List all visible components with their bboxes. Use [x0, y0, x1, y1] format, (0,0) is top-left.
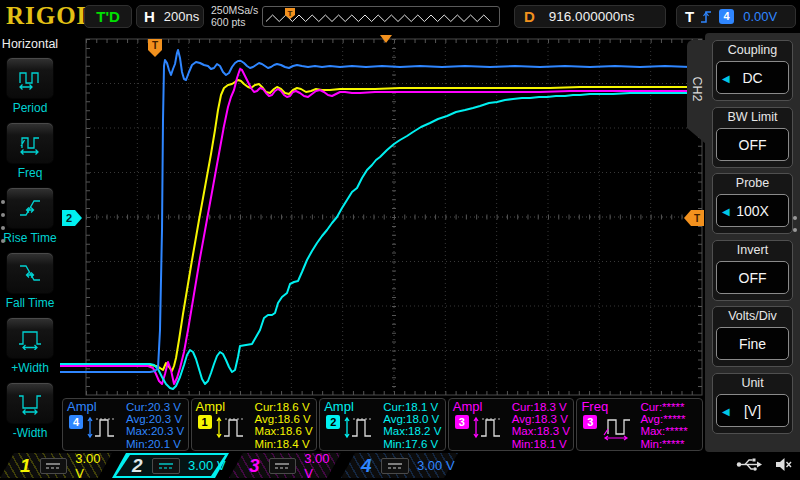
softkey-title: Probe: [713, 174, 792, 193]
softkey-invert[interactable]: InvertOFF: [712, 240, 793, 301]
softkey-title: Unit: [713, 374, 792, 393]
channel-badge: 4: [69, 415, 83, 429]
delay-indicator: D 916.000000ns: [514, 5, 666, 28]
softkey-coupling[interactable]: Coupling◀DC: [712, 40, 793, 101]
channel-1-toggle[interactable]: 13.00 V: [0, 453, 112, 478]
measurement-type-label: Ampl: [324, 399, 354, 414]
softkey-title: Invert: [713, 241, 792, 260]
channel-badge: 3: [583, 415, 597, 429]
sample-rate-indicator: 250MSa/s 600 pts: [211, 4, 258, 28]
measurement-cell-ch3-freq: Freq3Cur:*****Avg:*****Max:*****Min:****…: [576, 398, 703, 451]
channel-2-toggle[interactable]: 23.00 V: [112, 453, 229, 478]
svg-text:T: T: [694, 213, 700, 224]
fall-time-icon: [18, 261, 42, 285]
menu-button[interactable]: [6, 122, 54, 164]
channel-number: 1: [20, 455, 34, 477]
menu-button[interactable]: [6, 382, 54, 424]
channel-scale-value: 3.00 V: [75, 451, 112, 480]
softkey-value[interactable]: ◀[V]: [716, 394, 789, 427]
measurement-value: Cur:*****: [640, 401, 687, 413]
measurement-value: Avg:18.0 V: [383, 413, 441, 425]
channel-scale-value: 3.00 V: [304, 451, 341, 480]
measurement-value: Max:20.3 V: [126, 425, 184, 437]
softkey-title: BW Limit: [713, 108, 792, 127]
menu-item--width[interactable]: -Width: [0, 382, 60, 440]
channel-3-toggle[interactable]: 33.00 V: [229, 453, 341, 478]
menu-button[interactable]: [6, 252, 54, 294]
softkey-unit[interactable]: Unit◀[V]: [712, 373, 793, 434]
measurement-value: Max:18.6 V: [255, 425, 313, 437]
trace-ch1: [60, 80, 702, 371]
measurement-values: Cur:*****Avg:*****Max:*****Min:*****: [640, 401, 687, 450]
amplitude-icon: [86, 413, 120, 447]
trigger-status-badge: T'D: [84, 5, 132, 28]
measurement-value: Max:18.2 V: [383, 425, 441, 437]
dc-coupling-icon: [40, 458, 67, 474]
measurement-value: Cur:18.1 V: [383, 401, 441, 413]
measurement-values: Cur:18.1 VAvg:18.0 VMax:18.2 VMin:17.6 V: [383, 401, 441, 450]
measurement-cell-ch3-ampl: Ampl3Cur:18.3 VAvg:18.3 VMax:18.3 VMin:1…: [448, 398, 575, 451]
timebase-indicator: H 200ns: [136, 5, 204, 28]
menu-button[interactable]: [6, 57, 54, 99]
rigol-logo: RIGOL: [6, 2, 94, 30]
tab-ch2[interactable]: CH2: [687, 40, 706, 144]
left-arrow-icon: ◀: [722, 62, 730, 95]
channel-4-toggle[interactable]: 43.00 V: [341, 453, 458, 478]
menu-item-period[interactable]: Period: [0, 57, 60, 115]
softkey-bw-limit[interactable]: BW LimitOFF: [712, 107, 793, 168]
menu-item-rise-time[interactable]: Rise Time: [0, 187, 60, 245]
menu-item-label: Fall Time: [0, 296, 60, 310]
measurement-value: Avg:18.3 V: [512, 413, 570, 425]
softkey-volts-div[interactable]: Volts/DivFine: [712, 306, 793, 367]
softkey-probe[interactable]: Probe◀100X: [712, 173, 793, 234]
softkey-value[interactable]: Fine: [716, 327, 789, 360]
softkey-value[interactable]: ◀DC: [716, 61, 789, 94]
sample-rate: 250MSa/s: [211, 4, 258, 16]
ch2-position-marker[interactable]: 2: [62, 210, 82, 226]
measurement-type-label: Ampl: [196, 399, 226, 414]
measurement-value: Avg:18.6 V: [255, 413, 313, 425]
amplitude-icon: [215, 413, 249, 447]
left-menu-title: Horizontal: [0, 37, 60, 51]
measurement-type-label: Ampl: [453, 399, 483, 414]
softkey-value[interactable]: OFF: [716, 128, 789, 161]
memory-depth: 600 pts: [211, 16, 258, 28]
measurement-value: Cur:20.3 V: [126, 401, 184, 413]
menu-item--width[interactable]: +Width: [0, 317, 60, 375]
softkey-title: Volts/Div: [713, 307, 792, 326]
measurement-cell-ch1-ampl: Ampl1Cur:18.6 VAvg:18.6 VMax:18.6 VMin:1…: [191, 398, 318, 451]
rise-time-icon: [18, 196, 42, 220]
usb-icon: [736, 457, 763, 472]
channel-badge: 2: [326, 415, 340, 429]
menu-item-freq[interactable]: Freq: [0, 122, 60, 180]
delay-value: 916.000000ns: [549, 9, 635, 24]
menu-item-label: -Width: [0, 426, 60, 440]
measurement-value: Cur:18.3 V: [512, 401, 570, 413]
measurement-value: Min:*****: [640, 438, 687, 450]
channel-number: 4: [361, 455, 375, 477]
left-arrow-icon: ◀: [722, 195, 730, 228]
trace-ch4: [60, 50, 702, 372]
measurement-cell-ch4-ampl: Ampl4Cur:20.3 VAvg:20.3 VMax:20.3 VMin:2…: [62, 398, 189, 451]
trigger-level-marker[interactable]: T: [684, 210, 704, 226]
softkey-value[interactable]: OFF: [716, 261, 789, 294]
scroll-indicator-dots: [793, 208, 797, 240]
speaker-muted-icon: [775, 457, 792, 472]
waveform-traces: [60, 50, 702, 389]
measurement-values: Cur:18.3 VAvg:18.3 VMax:18.3 VMin:18.1 V: [512, 401, 570, 450]
period-icon: [18, 66, 42, 90]
measurement-value: Avg:*****: [640, 413, 687, 425]
amplitude-icon: [343, 413, 377, 447]
svg-text:T: T: [288, 9, 293, 18]
menu-item-fall-time[interactable]: Fall Time: [0, 252, 60, 310]
memory-waveform-icon: [266, 15, 490, 22]
tab-ch2-label: CH2: [690, 75, 704, 103]
trigger-position-marker[interactable]: T: [148, 39, 162, 57]
menu-button[interactable]: [6, 187, 54, 229]
top-status-bar: RIGOL T'D H 200ns 250MSa/s 600 pts T D 9…: [0, 0, 800, 33]
menu-button[interactable]: [6, 317, 54, 359]
softkey-value[interactable]: ◀100X: [716, 194, 789, 227]
svg-text:2: 2: [66, 212, 72, 224]
trigger-level-value: 0.00V: [743, 9, 777, 24]
measurement-values: Cur:20.3 VAvg:20.3 VMax:20.3 VMin:20.1 V: [126, 401, 184, 450]
